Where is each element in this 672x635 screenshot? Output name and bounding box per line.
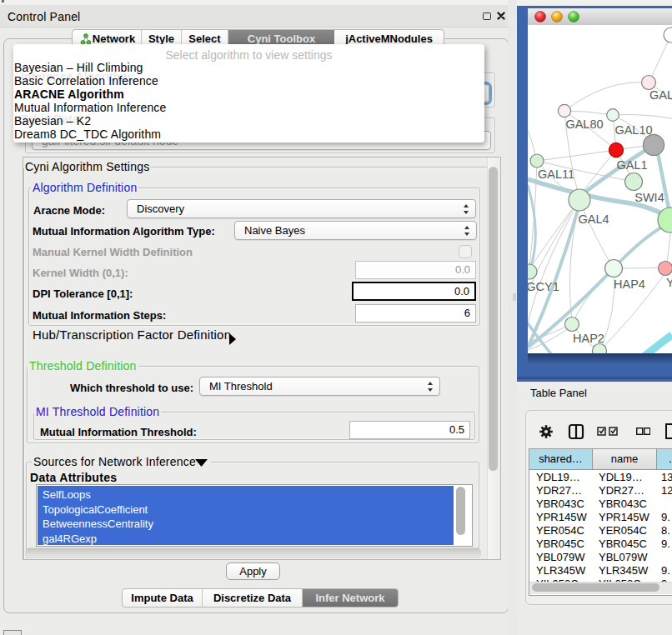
svg-text:GCY1: GCY1: [528, 280, 559, 293]
svg-text:GAL10: GAL10: [614, 123, 652, 137]
svg-text:GAL1: GAL1: [616, 158, 647, 172]
svg-text:GAL11: GAL11: [538, 168, 574, 181]
svg-text:GAL4: GAL4: [578, 212, 609, 226]
svg-text:SWI4: SWI4: [634, 191, 664, 204]
svg-text:Y: Y: [666, 276, 672, 289]
svg-text:GAL80: GAL80: [565, 118, 603, 131]
svg-text:GAL: GAL: [649, 88, 672, 102]
svg-text:HAP2: HAP2: [573, 332, 604, 345]
svg-text:HAP4: HAP4: [614, 278, 645, 291]
